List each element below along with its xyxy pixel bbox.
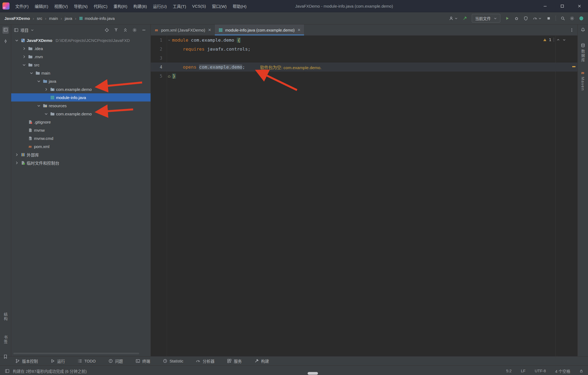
menubar-item-8[interactable]: 工具(T)	[170, 0, 189, 12]
toolwindow-button-8[interactable]: 构建	[254, 358, 269, 364]
run-with-coverage-button[interactable]	[523, 16, 528, 21]
tree-item-7[interactable]: module-info.java	[11, 93, 151, 102]
tree-item-3[interactable]: src	[11, 61, 151, 69]
chevron-down-icon[interactable]	[30, 28, 34, 32]
bookmark-icon[interactable]	[3, 354, 8, 359]
tree-item-8[interactable]: resources	[11, 102, 151, 110]
project-horizontal-scrollbar[interactable]	[13, 353, 139, 354]
toolwindow-button-3[interactable]: 问题	[108, 358, 123, 364]
chevron-down-icon[interactable]	[36, 78, 41, 84]
breadcrumb-item-4[interactable]: module-info.java	[79, 16, 115, 21]
settings-button[interactable]	[570, 16, 574, 21]
warning-stripe-mark[interactable]	[572, 66, 575, 67]
ide-update-indicator[interactable]	[579, 16, 584, 21]
toolwindow-button-6[interactable]: 分析器	[196, 358, 215, 364]
toolwindow-button-5[interactable]: Statistic	[163, 359, 183, 363]
breadcrumb-item-1[interactable]: src	[37, 16, 42, 21]
profiler-button[interactable]	[533, 16, 542, 21]
toolwindow-button-1[interactable]: 运行	[50, 358, 65, 364]
fold-marker-icon[interactable]	[166, 74, 172, 78]
right-stripe-item-0[interactable]: 数据库	[580, 43, 586, 62]
debug-button[interactable]	[514, 16, 519, 21]
indent-setting[interactable]: 4 个空格	[555, 368, 570, 374]
close-tab-icon[interactable]: ×	[298, 27, 301, 32]
tree-item-15[interactable]: 临时文件和控制台	[11, 159, 151, 167]
gutter-line-number[interactable]: 3	[151, 56, 166, 61]
toolwindow-button-7[interactable]: 服务	[227, 358, 242, 364]
chevron-down-icon[interactable]	[36, 103, 41, 108]
notifications-stripe-button[interactable]	[580, 27, 586, 34]
breadcrumb-item-3[interactable]: java	[65, 16, 72, 21]
editor-tab-0[interactable]: mpom.xml (JavaFXDemo)×	[151, 24, 215, 35]
locate-file-icon[interactable]	[105, 28, 109, 32]
maximize-button[interactable]	[554, 0, 571, 12]
chevron-down-icon[interactable]	[43, 111, 49, 116]
run-button[interactable]	[505, 16, 510, 21]
chevron-down-icon[interactable]	[14, 38, 19, 43]
hide-panel-icon[interactable]	[142, 28, 146, 32]
chevron-right-icon[interactable]	[14, 152, 19, 157]
right-stripe-item-1[interactable]: mMaven	[581, 70, 585, 91]
fold-marker-icon[interactable]	[166, 38, 172, 42]
gutter-line-number[interactable]: 5	[151, 74, 166, 79]
menubar-item-5[interactable]: 重构(R)	[111, 0, 130, 12]
close-button[interactable]	[571, 0, 588, 12]
line-separator[interactable]: LF	[521, 369, 525, 373]
toolwindow-button-4[interactable]: 终端	[136, 358, 150, 364]
tree-item-11[interactable]: mvnw	[11, 126, 151, 134]
inspection-widget[interactable]: 1	[543, 38, 566, 42]
menubar-item-9[interactable]: VCS(S)	[189, 0, 209, 12]
gutter-line-number[interactable]: 4	[151, 65, 166, 70]
tool-window-layout-icon[interactable]	[5, 369, 10, 373]
tree-item-2[interactable]: .mvn	[11, 53, 151, 61]
search-everywhere-button[interactable]	[561, 16, 565, 21]
file-encoding[interactable]: UTF-8	[535, 369, 546, 373]
menubar-item-3[interactable]: 导航(N)	[71, 0, 91, 12]
scroll-to-top-icon[interactable]	[114, 28, 118, 32]
menubar-item-4[interactable]: 代码(C)	[91, 0, 111, 12]
tree-item-4[interactable]: main	[11, 69, 151, 77]
chevron-down-icon[interactable]	[562, 38, 566, 42]
menubar-item-10[interactable]: 窗口(W)	[209, 0, 229, 12]
chevron-right-icon[interactable]	[43, 87, 49, 92]
commit-stripe-button[interactable]	[2, 38, 9, 45]
chevron-right-icon[interactable]	[21, 54, 27, 59]
gutter-line-number[interactable]: 2	[151, 47, 166, 52]
tab-list-more-icon[interactable]	[569, 28, 574, 32]
tree-item-12[interactable]: mvnw.cmd	[11, 134, 151, 142]
tree-item-9[interactable]: com.example.demo	[11, 110, 151, 118]
tree-item-6[interactable]: com.example.demo	[11, 85, 151, 93]
chevron-right-icon[interactable]	[21, 46, 27, 51]
chevron-down-icon[interactable]	[29, 70, 34, 76]
build-project-button[interactable]	[463, 16, 467, 21]
tree-item-10[interactable]: .gitignore	[11, 118, 151, 126]
breadcrumb-item-0[interactable]: JavaFXDemo	[4, 16, 30, 21]
chevron-down-icon[interactable]	[21, 62, 27, 67]
tree-item-14[interactable]: 外部库	[11, 150, 151, 159]
caret-position[interactable]: 5:2	[506, 369, 512, 373]
collapse-all-icon[interactable]	[123, 28, 128, 32]
lock-icon[interactable]	[580, 369, 583, 373]
menubar-item-6[interactable]: 构建(B)	[130, 0, 150, 12]
gutter-line-number[interactable]: 1	[151, 38, 166, 43]
project-stripe-button[interactable]	[2, 27, 9, 34]
run-configuration-select[interactable]: 当前文件	[472, 14, 500, 23]
chevron-up-icon[interactable]	[556, 38, 560, 42]
tree-item-13[interactable]: mpom.xml	[11, 142, 151, 150]
tree-item-5[interactable]: java	[11, 77, 151, 85]
editor-tab-1[interactable]: module-info.java (com.example.demo)×	[215, 24, 304, 35]
menubar-item-0[interactable]: 文件(F)	[12, 0, 32, 12]
tree-item-0[interactable]: JavaFXDemoD:\IDEAProjects\JCNCProjects\J…	[11, 36, 151, 44]
toolwindow-button-2[interactable]: TODO	[78, 359, 96, 363]
panel-settings-icon[interactable]	[132, 28, 137, 32]
menubar-item-1[interactable]: 编辑(E)	[32, 0, 51, 12]
minimize-button[interactable]	[537, 0, 554, 12]
menubar-item-2[interactable]: 视图(V)	[51, 0, 71, 12]
menubar-item-7[interactable]: 运行(U)	[150, 0, 170, 12]
toolwindow-button-0[interactable]: 版本控制	[15, 358, 38, 364]
menubar-item-11[interactable]: 帮助(H)	[230, 0, 250, 12]
breadcrumb-item-2[interactable]: main	[49, 16, 58, 21]
stop-button[interactable]	[546, 16, 551, 21]
structure-stripe-button[interactable]: 结构	[3, 312, 8, 321]
tree-item-1[interactable]: .idea	[11, 44, 151, 53]
